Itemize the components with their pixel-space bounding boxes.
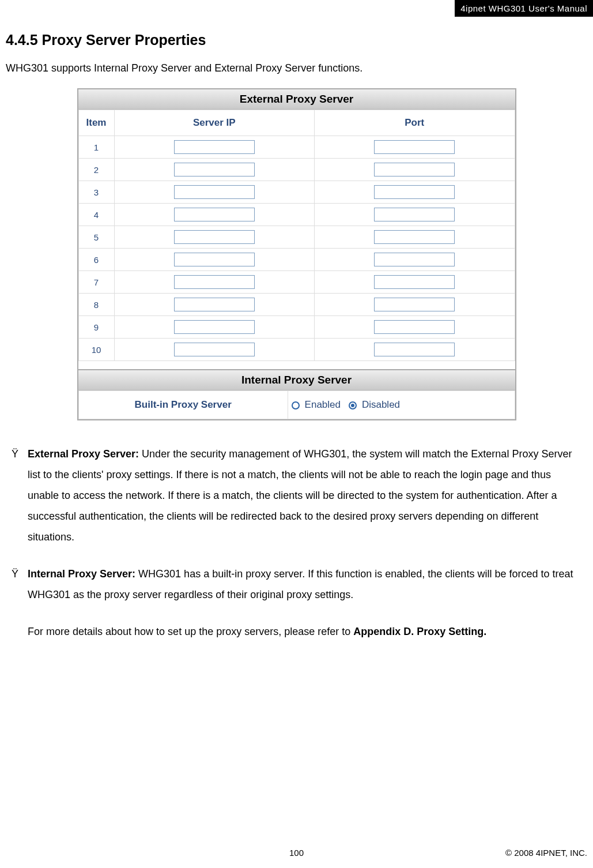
item-cell: 4 [78,204,114,226]
bullet-internal-bold: Internal Proxy Server: [28,568,135,580]
table-row: 10 [78,339,515,361]
server-ip-cell [114,249,315,271]
server-ip-input[interactable] [174,163,255,176]
port-input[interactable] [374,230,455,244]
item-cell: 10 [78,339,114,361]
builtin-proxy-label: Built-in Proxy Server [78,391,288,419]
table-row: 8 [78,294,515,316]
disabled-radio[interactable] [349,401,357,409]
server-ip-cell [114,226,315,249]
table-row: 9 [78,316,515,339]
bullet-external-body: Under the security management of WHG301,… [28,448,572,543]
port-cell [315,316,515,339]
header-label: 4ipnet WHG301 User's Manual [460,3,587,13]
page-number: 100 [289,848,304,858]
server-ip-input[interactable] [174,343,255,356]
server-ip-input[interactable] [174,230,255,244]
server-ip-cell [114,339,315,361]
footer-copyright: © 2008 4IPNET, INC. [505,848,587,858]
table-row: 1 [78,136,515,159]
port-input[interactable] [374,343,455,356]
external-proxy-table: Item Server IP Port 12345678910 [78,110,515,361]
enabled-radio[interactable] [292,401,300,409]
item-cell: 9 [78,316,114,339]
internal-proxy-table: Built-in Proxy Server Enabled Disabled [78,390,515,419]
server-ip-cell [114,181,315,204]
bullet-external-bold: External Proxy Server: [28,448,139,460]
server-ip-input[interactable] [174,275,255,289]
port-cell [315,249,515,271]
server-ip-input[interactable] [174,298,255,311]
internal-proxy-title: Internal Proxy Server [78,370,515,390]
port-cell [315,181,515,204]
server-ip-cell [114,159,315,181]
builtin-proxy-controls: Enabled Disabled [288,391,515,419]
server-ip-cell [114,204,315,226]
disabled-label: Disabled [362,399,400,410]
server-ip-input[interactable] [174,140,255,154]
table-row: 6 [78,249,515,271]
port-input[interactable] [374,208,455,221]
intro-text: WHG301 supports Internal Proxy Server an… [6,62,587,74]
item-cell: 1 [78,136,114,159]
port-cell [315,159,515,181]
item-cell: 5 [78,226,114,249]
server-ip-cell [114,294,315,316]
col-port: Port [315,110,515,136]
port-cell [315,204,515,226]
bullet-marker: Ÿ [12,444,28,547]
appendix-pre: For more details about how to set up the… [28,626,353,637]
item-cell: 8 [78,294,114,316]
bullet-external: Ÿ External Proxy Server: Under the secur… [12,444,581,547]
external-proxy-title: External Proxy Server [78,89,515,110]
server-ip-input[interactable] [174,320,255,334]
footer: 100 © 2008 4IPNET, INC. [0,848,593,858]
header-bar: 4ipnet WHG301 User's Manual [455,0,593,17]
section-title: 4.4.5 Proxy Server Properties [6,32,587,48]
port-cell [315,136,515,159]
appendix-bold: Appendix D. Proxy Setting. [353,626,486,637]
bullet-external-text: External Proxy Server: Under the securit… [28,444,581,547]
table-row: 7 [78,271,515,294]
port-input[interactable] [374,275,455,289]
page-content: 4.4.5 Proxy Server Properties WHG301 sup… [0,0,593,642]
item-cell: 7 [78,271,114,294]
port-cell [315,226,515,249]
port-input[interactable] [374,320,455,334]
port-cell [315,294,515,316]
port-cell [315,271,515,294]
table-row: 4 [78,204,515,226]
server-ip-input[interactable] [174,185,255,199]
port-input[interactable] [374,140,455,154]
port-input[interactable] [374,298,455,311]
item-cell: 2 [78,159,114,181]
server-ip-cell [114,316,315,339]
port-input[interactable] [374,185,455,199]
appendix-ref: For more details about how to set up the… [12,621,581,642]
external-proxy-figure: External Proxy Server Item Server IP Por… [77,88,516,420]
port-cell [315,339,515,361]
port-input[interactable] [374,163,455,176]
bullet-marker: Ÿ [12,563,28,605]
item-cell: 3 [78,181,114,204]
server-ip-input[interactable] [174,253,255,266]
col-item: Item [78,110,114,136]
server-ip-cell [114,271,315,294]
table-row: 5 [78,226,515,249]
table-row: 2 [78,159,515,181]
server-ip-cell [114,136,315,159]
server-ip-input[interactable] [174,208,255,221]
table-row: 3 [78,181,515,204]
bullet-list: Ÿ External Proxy Server: Under the secur… [6,444,587,642]
enabled-label: Enabled [305,399,341,410]
bullet-internal: Ÿ Internal Proxy Server: WHG301 has a bu… [12,563,581,605]
port-input[interactable] [374,253,455,266]
item-cell: 6 [78,249,114,271]
col-server-ip: Server IP [114,110,315,136]
bullet-internal-text: Internal Proxy Server: WHG301 has a buil… [28,563,581,605]
